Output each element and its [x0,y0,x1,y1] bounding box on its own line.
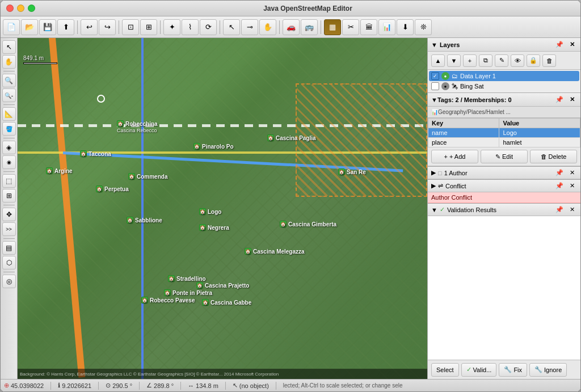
tools-button[interactable]: ✂ [342,19,359,35]
validation-select-button[interactable]: Select [431,363,459,377]
map-canvas[interactable]: 🏠Robecchina Cascina Rebecco 🏠Pinarolo Po… [18,38,427,379]
validation-close-icon[interactable]: ✕ [567,205,577,215]
layer-check-data[interactable]: ✓ [431,72,439,80]
validation-validate-button[interactable]: ✓ Valid... [461,363,497,377]
node-connect-tool[interactable]: ◉ [2,155,16,169]
move-button[interactable]: ✋ [259,19,276,35]
layer-item-data[interactable]: ✓ ● 🗂 Data Layer 1 [429,71,579,81]
maximize-button[interactable] [28,5,35,12]
lasso-button[interactable]: ⊸ [241,19,258,35]
layer-tool[interactable]: ▤ [2,241,16,255]
way-button[interactable]: ⌇ [182,19,199,35]
map-label-ponte: 🏠Ponte in Pietra [164,289,212,296]
validation-header[interactable]: ▼ ✓ Validation Results 📌 ✕ [428,204,580,216]
layers-expand-icon[interactable]: ▼ [431,41,437,48]
zoom-in-tool[interactable]: 🔍 [2,74,16,87]
tags-row-place[interactable]: place hamlet [428,138,580,147]
distance-value: 134.8 m [196,382,218,389]
tags-close-icon[interactable]: ✕ [567,95,577,105]
layer-eye-data[interactable]: ● [441,72,449,80]
hand-tool[interactable]: ✋ [2,55,16,69]
car-button[interactable]: 🚗 [283,19,300,35]
gps-tool[interactable]: ◎ [2,275,16,288]
polygon-tool[interactable]: ⬡ [2,256,16,269]
validation-fix-button[interactable]: 🔧 Fix [499,363,527,377]
edit-node-tool[interactable]: ◈ [2,141,16,154]
main-toolbar: 📄 📂 💾 ⬆ ↩ ↪ ⊡ ⊞ ✦ ⌇ ⟳ ↖ ⊸ ✋ 🚗 🚌 ▦ ✂ 🏛 📊 … [1,16,580,38]
author-close-icon[interactable]: ✕ [567,168,577,178]
status-lat: ⊕ 45.0398022 [4,382,44,389]
validation-pin-icon[interactable]: 📌 [554,205,565,215]
layer-eye-bing[interactable]: ● [441,82,449,90]
pointer-tool[interactable]: ↖ [2,40,16,54]
paint-tool[interactable]: 🪣 [2,122,16,136]
layer-edit-button[interactable]: ✎ [495,54,508,67]
layer-duplicate-button[interactable]: ⧉ [479,54,492,67]
select-tool-button[interactable]: ↖ [223,19,240,35]
layer-lock-button[interactable]: 🔒 [527,54,540,67]
chart-button[interactable]: 📊 [378,19,395,35]
zoom-out-tool[interactable]: 🔍- [2,88,16,102]
map-icon-argine: 🏠 [46,167,53,174]
validation-select-label: Select [436,366,454,373]
move-tool[interactable]: ✥ [2,208,16,221]
minimize-button[interactable] [17,5,24,12]
layer-down-button[interactable]: ▼ [447,54,461,67]
expand-tool[interactable]: >> [2,222,16,236]
save-button[interactable]: 💾 [39,19,56,35]
validation-ignore-button[interactable]: 🔧 Ignore [529,363,567,377]
open-button[interactable]: 📂 [21,19,38,35]
cursor-icon: ↖ [233,382,238,389]
redo-button[interactable]: ↪ [99,19,116,35]
status-bearing: ∠ 289.8 ° [146,382,174,389]
tags-expand-icon[interactable]: ▼ [431,96,437,103]
undo-button[interactable]: ↩ [81,19,98,35]
layer-add-button[interactable]: + [463,54,477,67]
grid-view-tool[interactable]: ⊞ [2,189,16,203]
layer-item-bing[interactable]: ● 🛰 Bing Sat [429,81,579,91]
layer-delete-button[interactable]: 🗑 [542,54,556,67]
map-icon-pinarolo: 🏠 [193,143,200,150]
grid-button[interactable]: ❊ [415,19,432,35]
tags-add-button[interactable]: + + Add [431,150,478,163]
select-area-tool[interactable]: ⬚ [2,174,16,188]
tags-subheader: 📊 Geography/Places/Hamlet ... [428,107,580,118]
zoom-sel-button[interactable]: ⊞ [140,19,157,35]
author-header[interactable]: ▶ □ 1 Author 📌 ✕ [428,167,580,179]
nodes-button[interactable]: ✦ [163,19,180,35]
left-sep4 [3,171,15,172]
close-button[interactable] [6,5,14,12]
conflict-close-icon[interactable]: ✕ [567,181,577,191]
layer-type-icon: 🗂 [452,73,458,79]
layer-up-button[interactable]: ▲ [431,54,445,67]
ruler-tool[interactable]: 📐 [2,107,16,121]
new-button[interactable]: 📄 [3,19,20,35]
refresh-button[interactable]: ⟳ [200,19,217,35]
layers-pin-icon[interactable]: 📌 [554,40,565,50]
preset-button[interactable]: ▦ [324,19,341,35]
tags-pin-icon[interactable]: 📌 [554,95,565,105]
upload-button[interactable]: ⬆ [57,19,74,35]
bus-button[interactable]: 🚌 [301,19,318,35]
tags-delete-button[interactable]: 🗑 Delete [530,150,577,163]
status-lon: ℹ 9.2026621 [58,382,91,389]
zoom-extent-button[interactable]: ⊡ [122,19,139,35]
conflict-header[interactable]: ▶ ⇌ Conflict 📌 ✕ [428,180,580,192]
map-crosshair [97,95,105,103]
tags-geography-icon: 📊 [431,109,438,115]
tags-value-logo: Logo [499,128,580,138]
layers-close-icon[interactable]: ✕ [567,40,577,50]
tags-row-name[interactable]: name Logo [428,128,580,138]
map-scale-text: 849.1 m [23,55,57,61]
conflict-pin-icon[interactable]: 📌 [554,181,565,191]
building-button[interactable]: 🏛 [360,19,377,35]
validation-section: ▼ ✓ Validation Results 📌 ✕ Select ✓ V [428,204,580,379]
fix-wrench-icon: 🔧 [504,366,512,373]
tags-edit-button[interactable]: ✎ Edit [481,150,528,163]
author-pin-icon[interactable]: 📌 [554,168,565,178]
layer-bing-label: Bing Sat [460,83,484,90]
download-button[interactable]: ⬇ [397,19,414,35]
conflict-title: Conflict [445,183,466,189]
layer-check-bing[interactable] [431,82,439,90]
layer-eye-button[interactable]: 👁 [511,54,524,67]
